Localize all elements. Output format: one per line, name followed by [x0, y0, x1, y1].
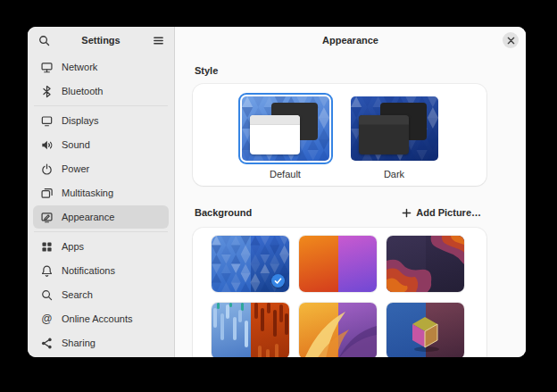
wallpaper-thumbnail-glass-cube[interactable]	[387, 303, 464, 357]
sidebar-item-label: Notifications	[62, 265, 115, 276]
sidebar-item-search[interactable]: Search	[33, 283, 169, 306]
wallpaper-light-half	[299, 236, 338, 292]
sidebar-item-label: Displays	[62, 115, 99, 126]
preview-window-titlebar	[250, 115, 300, 125]
wallpaper-thumbnail-dark-waves[interactable]	[387, 236, 464, 292]
apps-icon	[39, 239, 54, 254]
selected-check-icon	[271, 274, 285, 288]
main-menu-button[interactable]	[148, 30, 168, 50]
svg-text:@: @	[41, 313, 52, 325]
sidebar-item-label: Search	[62, 289, 93, 300]
sidebar-item-sharing[interactable]: Sharing	[33, 331, 169, 354]
wallpaper-thumbnail-blue-triangles[interactable]	[212, 236, 289, 292]
main-panel: Appearance Style DefaultDark Background	[175, 27, 526, 357]
appearance-content: Style DefaultDark Background Add Picture…	[175, 54, 526, 357]
sidebar-item-label: Multitasking	[62, 188, 113, 198]
sidebar-item-displays[interactable]: Displays	[33, 109, 169, 132]
background-section-header: Background Add Picture…	[195, 204, 486, 221]
sidebar-item-label: Sound	[62, 139, 90, 150]
sidebar-item-label: Appearance	[62, 212, 114, 222]
background-grid	[193, 228, 486, 357]
preview-window-front	[359, 115, 409, 154]
close-icon	[507, 37, 515, 45]
wallpaper-artwork	[387, 236, 464, 292]
theme-preview-default	[242, 96, 329, 161]
multitasking-icon	[39, 186, 54, 200]
style-section-label: Style	[195, 65, 486, 76]
hamburger-menu-icon	[152, 34, 165, 47]
sidebar-item-label: Power	[62, 163, 89, 174]
sidebar-separator	[34, 231, 168, 232]
appearance-icon	[39, 210, 54, 224]
share-icon	[39, 336, 54, 350]
power-icon	[39, 162, 54, 176]
sidebar-item-notifications[interactable]: Notifications	[33, 259, 169, 282]
preview-window-front	[250, 115, 300, 154]
sidebar-item-label: Apps	[62, 241, 84, 252]
sidebar-item-label: Network	[62, 62, 97, 72]
sidebar-item-power[interactable]: Power	[33, 157, 169, 180]
network-icon	[39, 60, 54, 74]
wallpaper-artwork	[299, 303, 377, 357]
wallpaper-thumbnail-blue-orange-drips[interactable]	[212, 303, 289, 357]
sidebar-separator	[34, 105, 168, 106]
background-section-label: Background	[195, 207, 252, 218]
sidebar-item-multitasking[interactable]: Multitasking	[33, 181, 169, 204]
main-headerbar: Appearance	[175, 27, 526, 54]
style-card: DefaultDark	[193, 84, 486, 186]
search-button[interactable]	[34, 30, 54, 50]
page-title: Appearance	[322, 35, 378, 46]
sidebar-headerbar: Settings	[28, 27, 174, 54]
theme-option-label: Dark	[384, 169, 404, 179]
settings-window: Settings NetworkBluetoothDisplaysSoundPo…	[28, 27, 526, 357]
sidebar-title: Settings	[54, 35, 148, 46]
add-picture-label: Add Picture…	[416, 207, 481, 218]
wallpaper-artwork	[387, 303, 464, 357]
sidebar-item-bluetooth[interactable]: Bluetooth	[33, 79, 169, 103]
add-picture-button[interactable]: Add Picture…	[396, 204, 486, 221]
sidebar-item-sound[interactable]: Sound	[33, 133, 169, 156]
theme-tile-dark	[347, 93, 442, 164]
theme-option-label: Default	[270, 169, 301, 179]
sidebar-item-label: Sharing	[62, 338, 96, 348]
sidebar: Settings NetworkBluetoothDisplaysSoundPo…	[28, 27, 175, 357]
displays-icon	[39, 113, 54, 128]
preview-window-titlebar	[359, 115, 409, 125]
theme-preview-dark	[351, 96, 438, 161]
theme-option-default[interactable]: Default	[238, 93, 333, 179]
search-icon	[39, 288, 54, 302]
bluetooth-icon	[39, 84, 54, 98]
wallpaper-thumbnail-gold-purple-petals[interactable]	[299, 303, 377, 357]
close-button[interactable]	[503, 32, 519, 48]
sidebar-list: NetworkBluetoothDisplaysSoundPowerMultit…	[28, 54, 174, 357]
wallpaper-thumbnail-orange-purple-gradient[interactable]	[299, 236, 377, 292]
theme-option-dark[interactable]: Dark	[347, 93, 442, 179]
sidebar-item-network[interactable]: Network	[33, 55, 169, 79]
sidebar-item-online-accounts[interactable]: @Online Accounts	[33, 307, 169, 330]
sidebar-item-label: Bluetooth	[62, 86, 103, 96]
sidebar-item-apps[interactable]: Apps	[33, 235, 169, 258]
wallpaper-artwork	[212, 303, 289, 357]
wallpaper-dark-half	[338, 236, 378, 292]
sidebar-item-label: Online Accounts	[62, 313, 133, 324]
theme-tile-default	[238, 93, 333, 164]
sidebar-item-appearance[interactable]: Appearance	[33, 205, 169, 229]
search-icon	[37, 34, 51, 47]
at-symbol-icon: @	[39, 312, 54, 326]
plus-icon	[402, 208, 412, 218]
notifications-icon	[39, 263, 54, 278]
sound-icon	[39, 138, 54, 152]
